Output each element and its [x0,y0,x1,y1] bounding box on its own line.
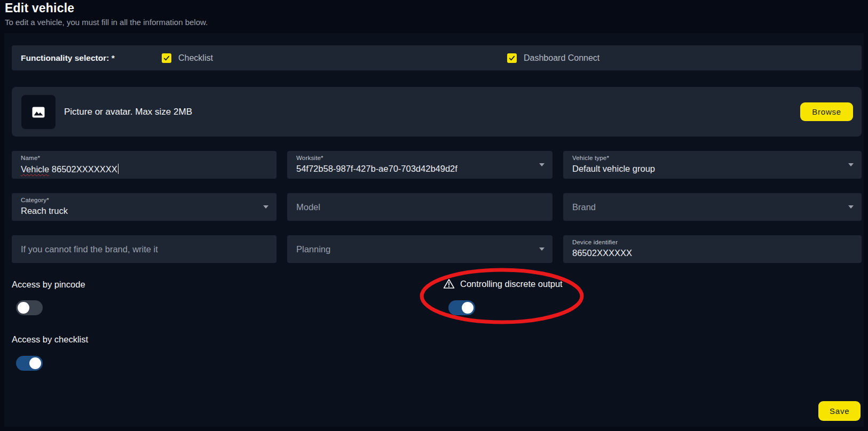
controlling-discrete-output-label: Controlling discrete output [443,278,563,289]
device-identifier-value: 86502XXXXXX [572,248,632,258]
category-select[interactable]: Category* Reach truck [12,193,277,221]
image-icon [32,107,45,118]
worksite-select-value: 54f72b58-987f-427b-ae70-703d42b49d2f [296,164,457,174]
controlling-discrete-output-text: Controlling discrete output [460,279,563,289]
checkmark-icon [163,54,170,62]
page-subtitle: To edit a vehicle, you must fill in all … [5,18,208,27]
functionality-selector-label: Functionality selector: * [21,45,115,70]
dashboard-connect-checkbox-group[interactable]: Dashboard Connect [507,45,599,70]
name-field-label: Name* [21,155,40,161]
chevron-down-icon [848,163,854,166]
dashboard-connect-checkbox-label: Dashboard Connect [524,53,599,63]
category-select-value: Reach truck [21,206,68,216]
category-select-label: Category* [21,197,49,203]
chevron-down-icon [848,205,854,209]
worksite-select-label: Worksite* [296,155,323,161]
worksite-select[interactable]: Worksite* 54f72b58-987f-427b-ae70-703d42… [287,151,553,179]
device-identifier-field[interactable]: Device identifier 86502XXXXXX [563,235,862,263]
access-by-pincode-label: Access by pincode [12,280,85,290]
toggle-knob [29,357,41,369]
misspelled-word: Vehicle [21,164,49,174]
browse-button[interactable]: Browse [800,102,853,121]
dashboard-connect-checkbox[interactable] [507,53,517,63]
chevron-down-icon [263,205,269,209]
toggle-knob [18,302,29,314]
name-field-value: Vehicle 86502XXXXXXX [21,164,119,174]
model-field-placeholder: Model [296,193,320,221]
save-button[interactable]: Save [818,401,861,421]
checkmark-icon [508,54,516,62]
brand-select-placeholder: Brand [572,193,596,221]
edit-vehicle-form-panel: Functionality selector: * Checklist Dash… [4,33,864,427]
device-identifier-label: Device identifier [572,239,618,245]
planning-select[interactable]: Planning [287,235,553,263]
avatar-upload-row: Picture or avatar. Max size 2MB Browse [12,87,862,137]
checklist-checkbox[interactable] [162,53,171,63]
model-field[interactable]: Model [287,193,553,221]
planning-select-placeholder: Planning [296,235,330,263]
checklist-checkbox-label: Checklist [178,53,213,63]
brand-select[interactable]: Brand [563,193,862,221]
text-cursor [118,164,119,174]
edit-vehicle-page: Edit vehicle To edit a vehicle, you must… [0,0,868,431]
name-field[interactable]: Name* Vehicle 86502XXXXXXX [12,151,277,179]
functionality-selector-bar: Functionality selector: * Checklist Dash… [12,45,862,70]
controlling-discrete-output-toggle[interactable] [448,300,475,315]
access-by-checklist-label: Access by checklist [12,334,88,345]
vehicle-type-select[interactable]: Vehicle type* Default vehicle group [563,151,862,179]
chevron-down-icon [539,248,545,251]
vehicle-type-select-label: Vehicle type* [572,155,609,161]
name-value-rest: 86502XXXXXXX [49,164,117,174]
brand-custom-field-placeholder: If you cannot find the brand, write it [21,235,158,263]
chevron-down-icon [539,163,545,166]
access-by-pincode-toggle[interactable] [16,300,43,315]
avatar-hint-text: Picture or avatar. Max size 2MB [64,87,192,137]
toggle-knob [462,302,474,314]
access-by-checklist-toggle[interactable] [16,356,43,371]
brand-custom-field[interactable]: If you cannot find the brand, write it [12,235,277,263]
avatar-placeholder[interactable] [21,95,56,129]
warning-triangle-icon [443,278,455,289]
checklist-checkbox-group[interactable]: Checklist [162,45,213,70]
page-title: Edit vehicle [5,1,74,15]
vehicle-type-select-value: Default vehicle group [572,164,655,174]
